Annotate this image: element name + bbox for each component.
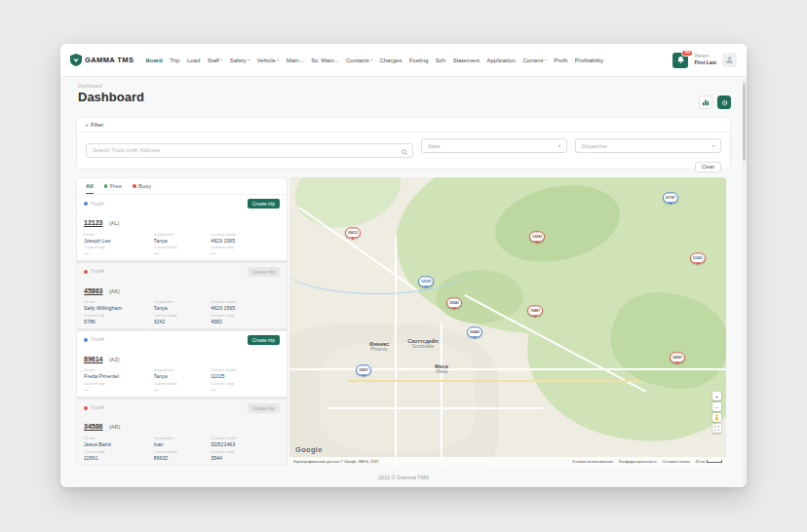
nav-item-sch[interactable]: Sch bbox=[436, 57, 445, 63]
nav-item-safety[interactable]: Safety▾ bbox=[230, 57, 250, 63]
truck-number-link[interactable]: 89614 bbox=[84, 356, 102, 362]
nav-item-staff[interactable]: Staff▾ bbox=[208, 57, 223, 63]
nav-item-profitability[interactable]: Profitability bbox=[575, 57, 603, 63]
map-marker-34587[interactable]: 34587 bbox=[670, 352, 685, 362]
nav-item-vehicle[interactable]: Vehicle▾ bbox=[257, 57, 280, 63]
map-marker-09612[interactable]: 09612 bbox=[345, 227, 361, 238]
driver-link[interactable]: Jesus Baird bbox=[84, 441, 150, 447]
search-input[interactable] bbox=[86, 143, 413, 158]
map-marker-33941[interactable]: 33941 bbox=[446, 297, 462, 308]
brand-shield-icon bbox=[70, 54, 82, 66]
chevron-down-icon: ▾ bbox=[248, 58, 250, 62]
zoom-out-button[interactable]: − bbox=[712, 402, 721, 411]
load-label: Current load bbox=[154, 449, 208, 454]
nav-item-main[interactable]: Main... bbox=[287, 57, 304, 63]
brand-logo[interactable]: GAMMA TMS bbox=[70, 54, 134, 66]
nav-item-profit[interactable]: Profit bbox=[554, 57, 567, 63]
nav-item-application[interactable]: Application bbox=[487, 57, 516, 63]
dispatcher-select[interactable]: Dispatcher ▾ bbox=[575, 138, 721, 153]
tab-busy[interactable]: Busy bbox=[133, 178, 151, 194]
page-scrollbar-thumb[interactable] bbox=[743, 83, 746, 161]
truck-label: Truck# bbox=[91, 202, 104, 207]
create-trip-button[interactable]: Create trip bbox=[248, 199, 280, 209]
nav-item-contacts[interactable]: Contacts▾ bbox=[346, 57, 372, 63]
trailer-link[interactable]: SD521463 bbox=[211, 441, 280, 447]
truck-number-link[interactable]: 34586 bbox=[84, 423, 102, 430]
dispatcher-link[interactable]: Ivan bbox=[154, 441, 208, 447]
privacy-link[interactable]: Конфиденциальность bbox=[619, 460, 657, 464]
load-link[interactable]: 3242 bbox=[154, 319, 208, 324]
truck-label: Truck# bbox=[91, 269, 104, 274]
map[interactable]: ФиниксPhoenixСкоттсдейлScottsdaleМесаMes… bbox=[289, 177, 726, 466]
avatar[interactable] bbox=[722, 53, 737, 67]
nav-item-label: Staff bbox=[208, 57, 219, 63]
trailer-link[interactable]: 11025 bbox=[211, 373, 280, 379]
nav-item-trip[interactable]: Trip bbox=[170, 57, 179, 63]
load-link[interactable]: 89632 bbox=[154, 455, 208, 461]
map-marker-79487[interactable]: 79487 bbox=[527, 305, 543, 316]
tab-all[interactable]: All bbox=[86, 178, 94, 194]
truck-label: Truck# bbox=[91, 337, 104, 342]
dispatcher-link[interactable]: Tanya bbox=[154, 305, 208, 311]
navbar-right: 193 Weiann First Last bbox=[672, 53, 737, 68]
create-trip-button[interactable]: Create trip bbox=[248, 403, 280, 413]
create-trip-button[interactable]: Create trip bbox=[248, 267, 280, 277]
driver-link[interactable]: Freda Pimentel bbox=[84, 373, 150, 379]
driver-link[interactable]: Sally Willingham bbox=[84, 305, 150, 311]
pegman-button[interactable] bbox=[712, 413, 721, 422]
nav-item-board[interactable]: Board bbox=[145, 57, 162, 63]
trailer-link[interactable]: 4623 1565 bbox=[211, 238, 280, 244]
fullscreen-icon bbox=[714, 426, 719, 431]
map-marker-13583[interactable]: 13583 bbox=[529, 231, 545, 242]
nav-item-sc-main[interactable]: Sc. Main... bbox=[311, 57, 338, 63]
state-select[interactable]: State ▾ bbox=[421, 138, 567, 153]
stop-link[interactable]: 4582 bbox=[211, 319, 280, 324]
terms-link[interactable]: Условия использования bbox=[572, 460, 613, 464]
trip-link[interactable]: 11561 bbox=[84, 455, 150, 461]
notifications-button[interactable]: 193 bbox=[672, 53, 688, 68]
clear-button[interactable]: Clear bbox=[695, 162, 721, 172]
map-marker-41787[interactable]: 41787 bbox=[663, 192, 678, 203]
nav-item-statement[interactable]: Statement bbox=[453, 57, 480, 63]
gear-icon bbox=[720, 98, 729, 107]
zoom-in-button[interactable]: + bbox=[712, 392, 721, 400]
app-window: GAMMA TMS BoardTripLoadStaff▾Safety▾Vehi… bbox=[60, 44, 747, 487]
fullscreen-button[interactable] bbox=[712, 424, 721, 433]
driver-link[interactable]: Joseph Lee bbox=[84, 238, 150, 244]
top-navbar: GAMMA TMS BoardTripLoadStaff▾Safety▾Vehi… bbox=[60, 44, 747, 77]
driver-label: Driver bbox=[84, 436, 150, 440]
truck-number-link[interactable]: 45863 bbox=[84, 287, 102, 294]
trip-link[interactable]: 5786 bbox=[84, 319, 150, 324]
map-scale: 20 км bbox=[695, 460, 722, 464]
filter-panel: ▾ Filter State ▾ Dispatcher ▾ bbox=[76, 117, 731, 170]
map-marker-51961[interactable]: 51961 bbox=[690, 252, 706, 263]
settings-button[interactable] bbox=[717, 95, 731, 109]
chart-view-button[interactable] bbox=[699, 95, 712, 109]
feedback-link[interactable]: Оставить отзыв bbox=[663, 460, 690, 464]
bell-icon bbox=[676, 56, 685, 64]
dispatcher-link[interactable]: Tanya bbox=[154, 238, 208, 244]
nav-item-content[interactable]: Content▾ bbox=[522, 57, 546, 63]
stop-link[interactable]: 3544 bbox=[211, 455, 280, 461]
dispatcher-link[interactable]: Tanya bbox=[154, 373, 208, 379]
map-marker-18957[interactable]: 18957 bbox=[356, 364, 371, 375]
tab-free[interactable]: Free bbox=[104, 178, 122, 194]
filter-title: Filter bbox=[91, 122, 103, 128]
breadcrumb[interactable]: Dashboard bbox=[78, 83, 101, 89]
google-logo[interactable]: Google bbox=[295, 445, 323, 454]
nav-item-load[interactable]: Load bbox=[187, 57, 200, 63]
map-marker-12123[interactable]: 12123 bbox=[418, 276, 434, 286]
nav-item-fueling[interactable]: Fueling bbox=[409, 57, 429, 63]
user-name-line2: First Last bbox=[694, 59, 716, 66]
create-trip-button[interactable]: Create trip bbox=[248, 335, 280, 345]
trip-label: Current trip bbox=[84, 449, 150, 454]
filter-header[interactable]: ▾ Filter bbox=[77, 118, 730, 133]
truck-number-link[interactable]: 12123 bbox=[84, 219, 102, 226]
map-marker-36485[interactable]: 36485 bbox=[467, 326, 482, 337]
dispatcher-select-value: Dispatcher bbox=[582, 143, 607, 149]
nav-item-charges[interactable]: Charges bbox=[379, 57, 402, 63]
user-menu[interactable]: Weiann First Last bbox=[694, 54, 716, 65]
trailer-link[interactable]: 4623 1565 bbox=[211, 305, 280, 311]
search-box bbox=[86, 138, 413, 158]
map-marker-label: 41787 bbox=[663, 192, 678, 203]
